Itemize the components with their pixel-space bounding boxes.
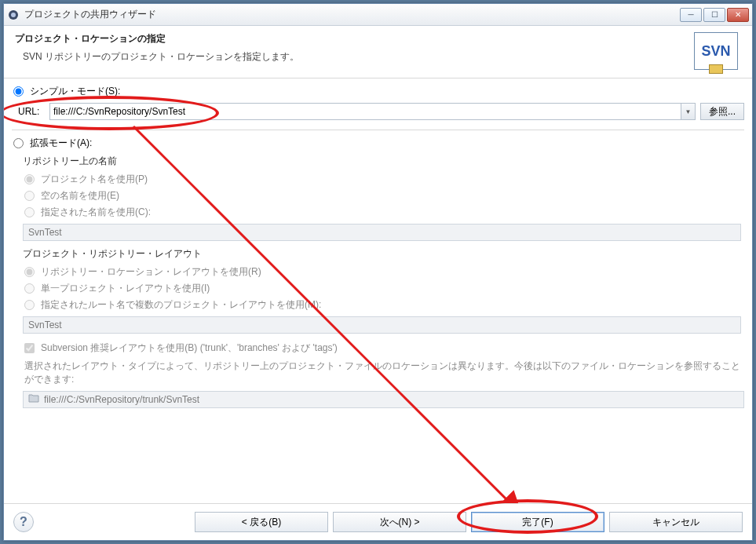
advanced-mode-radio[interactable] [13,138,24,148]
help-button[interactable]: ? [13,512,34,532]
browse-button[interactable]: 参照... [700,103,744,120]
url-row: URL: ▼ 参照... [18,103,744,120]
repo-name-group: リポジトリー上の名前 プロジェクト名を使用(P) 空の名前を使用(E) 指定され… [23,152,744,408]
use-single-project-radio [24,283,35,294]
recommended-layout-checkbox [24,343,35,353]
use-single-project-label: 単一プロジェクト・レイアウトを使用(I) [41,282,210,295]
use-location-layout-radio [24,267,35,277]
url-dropdown-button[interactable]: ▼ [681,103,696,120]
simple-mode-radio[interactable] [13,86,24,97]
wizard-footer: ? < 戻る(B) 次へ(N) > 完了(F) キャンセル [4,503,752,540]
svn-banner-text: SVN [701,43,730,60]
minimize-button[interactable]: ─ [680,8,702,22]
layout-title: プロジェクト・リポジトリー・レイアウト [23,247,744,261]
advanced-mode-label: 拡張モード(A): [30,137,92,150]
use-multi-root-radio [24,300,35,310]
page-title: プロジェクト・ロケーションの指定 [15,32,694,46]
advanced-mode-row: 拡張モード(A): [12,135,744,152]
recommended-layout-row: Subversion 推奨レイアウトを使用(B) ('trunk'、'branc… [23,340,744,356]
use-multi-root-label: 指定されたルート名で複数のプロジェクト・レイアウトを使用(M): [41,298,321,312]
path-preview: file:///C:/SvnRepository/trunk/SvnTest [23,391,744,408]
wizard-header: プロジェクト・ロケーションの指定 SVN リポジトリーのプロジェクト・ロケーショ… [4,26,752,78]
use-project-name-radio [24,174,35,184]
repo-name-title: リポジトリー上の名前 [23,155,744,168]
finish-button[interactable]: 完了(F) [471,512,604,532]
layout-note: 選択されたレイアウト・タイプによって、リポジトリー上のプロジェクト・ファイルのロ… [24,360,743,386]
maximize-button[interactable]: ☐ [703,8,725,22]
url-combo: ▼ [49,103,696,120]
titlebar: プロジェクトの共用ウィザード ─ ☐ ✕ [4,4,752,26]
layout-root-field: SvnTest [23,316,741,334]
use-project-name-label: プロジェクト名を使用(P) [41,173,148,186]
separator [12,130,744,130]
use-empty-name-radio [24,191,35,201]
use-empty-name-label: 空の名前を使用(E) [41,189,119,203]
wizard-body: シンプル・モード(S): URL: ▼ 参照... 拡張モード(A): リポジト… [4,78,752,503]
use-location-layout-label: リポジトリー・ロケーション・レイアウトを使用(R) [41,265,261,279]
simple-mode-row: シンプル・モード(S): [12,83,744,100]
recommended-layout-label: Subversion 推奨レイアウトを使用(B) ('trunk'、'branc… [41,341,338,355]
url-label: URL: [18,106,45,117]
cancel-button[interactable]: キャンセル [609,512,743,532]
window-buttons: ─ ☐ ✕ [680,8,749,22]
svn-banner-icon: SVN [694,32,738,70]
close-button[interactable]: ✕ [727,8,749,22]
app-icon [7,9,20,21]
repo-name-field: SvnTest [23,224,741,241]
window-title: プロジェクトの共用ウィザード [24,8,680,21]
path-preview-text: file:///C:/SvnRepository/trunk/SvnTest [44,394,199,405]
folder-icon [28,393,39,405]
use-specified-name-label: 指定された名前を使用(C): [41,206,151,219]
next-button[interactable]: 次へ(N) > [333,512,466,532]
url-input[interactable] [49,103,681,120]
simple-mode-label: シンプル・モード(S): [30,85,120,98]
back-button[interactable]: < 戻る(B) [195,512,328,532]
wizard-window: プロジェクトの共用ウィザード ─ ☐ ✕ プロジェクト・ロケーションの指定 SV… [3,3,753,541]
use-specified-name-radio [24,207,35,217]
page-subtitle: SVN リポジトリーのプロジェクト・ロケーションを指定します。 [23,50,694,64]
svg-point-1 [11,13,16,17]
